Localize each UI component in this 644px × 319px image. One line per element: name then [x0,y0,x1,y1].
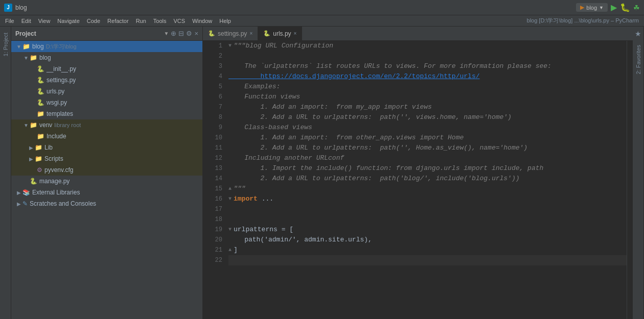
menu-refactor[interactable]: Refactor [104,17,132,25]
tree-item-templates[interactable]: 📁 templates [11,108,202,119]
menu-navigate[interactable]: Navigate [54,17,82,25]
tab-close-button[interactable]: × [294,31,297,36]
menu-help[interactable]: Help [216,17,234,25]
debug-button[interactable]: 🐛 [620,3,630,12]
tab-close-button[interactable]: × [249,31,252,36]
tree-item-lib[interactable]: ▶ 📁 Lib [11,142,202,153]
py-file-icon: 🐍 [37,88,44,95]
collapse-all-icon[interactable]: ⊟ [178,30,184,37]
folder-icon: 📁 [30,54,37,61]
run-button[interactable]: ▶ [611,3,617,12]
line-number: 18 [205,214,222,225]
tab-label: settings.py [218,30,247,37]
file-tree: ▼ 📁 blog D:\学习\blog ▼ 📁 blog 🐍 __init__.… [11,41,202,319]
code-line-10: 1. Add an import: from other_app.views i… [228,133,627,143]
menu-code[interactable]: Code [84,17,103,25]
arrow-icon: ▼ [22,55,30,61]
line-numbers: 1 2 3 4 5 6 7 8 9 10 11 12 13 14 15 16 1… [203,41,226,319]
coverage-button[interactable]: ☘ [633,4,640,12]
item-name: External Libraries [32,189,80,196]
fold-icon[interactable]: ▲ [228,184,232,194]
code-token: 2. Add a URL to urlpatterns: path('blog/… [228,174,520,184]
arrow-icon: ▼ [15,44,22,50]
code-line-4: https://docs.djangoproject.com/en/2.2/to… [228,71,627,82]
code-token: urlpatterns = [ [234,225,293,235]
code-keyword: import [234,194,258,204]
menu-window[interactable]: Window [189,17,215,25]
code-token: Examples: [228,82,280,92]
folder-icon: 📁 [22,43,30,50]
code-line-3: The `urlpatterns` list routes URLs to vi… [228,61,627,71]
code-line-7: 1. Add an import: from my_app import vie… [228,102,627,112]
code-token: Function views [228,92,300,102]
code-line-14: 2. Add a URL to urlpatterns: path('blog/… [228,174,627,184]
sidebar: Project ▼ ⊕ ⊟ ⚙ × ▼ 📁 blog D:\学习\blog ▼ [11,27,203,319]
main-layout: 1: Project Project ▼ ⊕ ⊟ ⚙ × ▼ 📁 blog D:… [0,27,644,319]
favorites-tab[interactable]: 2: Favorites [634,41,643,78]
py-file-icon: 🐍 [30,178,37,185]
tree-item-scripts[interactable]: ▶ 📁 Scripts [11,153,202,164]
code-line-8: 2. Add a URL to urlpatterns: path('', vi… [228,112,627,122]
tab-file-icon: 🐍 [208,30,215,37]
tree-item-external-libs[interactable]: ▶ 📚 External Libraries [11,187,202,198]
line-number: 9 [205,122,222,133]
fold-icon[interactable]: ▼ [228,194,232,204]
tree-item-scratches[interactable]: ▶ ✎ Scratches and Consoles [11,198,202,209]
menu-file[interactable]: File [2,17,17,25]
tree-item-pyvenv-cfg[interactable]: ⚙ pyvenv.cfg [11,164,202,176]
item-name: Scratches and Consoles [30,200,96,207]
code-token: path('admin/', admin.site.urls), [228,235,372,245]
code-line-2 [228,51,627,61]
code-line-12: Including another URLconf [228,153,627,163]
item-extra: library root [54,122,81,128]
line-number: 17 [205,204,222,214]
code-line-6: Function views [228,92,627,102]
item-name: venv [39,121,52,129]
menu-edit[interactable]: Edit [18,17,34,25]
code-line-1: ▼ """blog URL Configuration [228,41,627,51]
config-dropdown[interactable]: ▼ [599,5,604,10]
tree-item-urls-py[interactable]: 🐍 urls.py [11,86,202,97]
tree-item-wsgi-py[interactable]: 🐍 wsgi.py [11,97,202,108]
code-editor[interactable]: ▼ """blog URL Configuration The `urlpatt… [226,41,627,319]
code-token: Including another URLconf [228,153,344,163]
sidebar-dropdown-icon[interactable]: ▼ [164,31,169,36]
sidebar-settings-icon[interactable]: ⚙ [186,30,192,37]
breadcrumb-path: blog [D:\学习\blog] ...\blog\urls.py – PyC… [524,16,642,26]
fold-icon[interactable]: ▲ [228,245,232,255]
sidebar-header-icons: ⊕ ⊟ ⚙ × [171,30,198,37]
tree-item-manage-py[interactable]: 🐍 manage.py [11,176,202,187]
locate-icon[interactable]: ⊕ [171,30,176,37]
code-line-18 [228,214,627,225]
item-name: manage.py [39,178,70,185]
menu-view[interactable]: View [35,17,54,25]
code-area: 1 2 3 4 5 6 7 8 9 10 11 12 13 14 15 16 1… [203,41,633,319]
fold-icon[interactable]: ▼ [228,41,232,51]
tree-item-blog-folder[interactable]: ▼ 📁 blog [11,52,202,63]
item-name: wsgi.py [47,99,67,106]
menu-bar: File Edit View Navigate Code Refactor Ru… [0,15,644,27]
sidebar-close-icon[interactable]: × [194,30,198,37]
code-link[interactable]: https://docs.djangoproject.com/en/2.2/to… [228,71,479,82]
fold-icon[interactable]: ▼ [228,225,232,235]
line-number: 21 [205,245,222,255]
tree-item-venv[interactable]: ▼ 📁 venv library root [11,119,202,131]
line-number: 16 [205,194,222,204]
tree-item-include[interactable]: 📁 Include [11,131,202,142]
title-bar: J blog ▶ blog ▼ ▶ 🐛 ☘ [0,0,644,15]
code-token: 1. Add an import: from other_app.views i… [228,133,464,143]
line-number: 12 [205,153,222,163]
code-line-19: ▼ urlpatterns = [ [228,225,627,235]
run-config[interactable]: ▶ blog ▼ [576,3,608,12]
menu-run[interactable]: Run [133,17,149,25]
tab-settings[interactable]: 🐍 settings.py × [203,27,258,41]
menu-vcs[interactable]: VCS [171,17,189,25]
star-icon[interactable]: ★ [633,27,643,41]
folder-icon: 📁 [35,144,42,151]
project-panel-tab[interactable]: 1: Project [1,29,10,60]
tree-item-init-py[interactable]: 🐍 __init__.py [11,63,202,75]
menu-tools[interactable]: Tools [150,17,170,25]
tree-item-blog-root[interactable]: ▼ 📁 blog D:\学习\blog [11,41,202,52]
tab-urls[interactable]: 🐍 urls.py × [258,27,302,41]
tree-item-settings-py[interactable]: 🐍 settings.py [11,75,202,86]
